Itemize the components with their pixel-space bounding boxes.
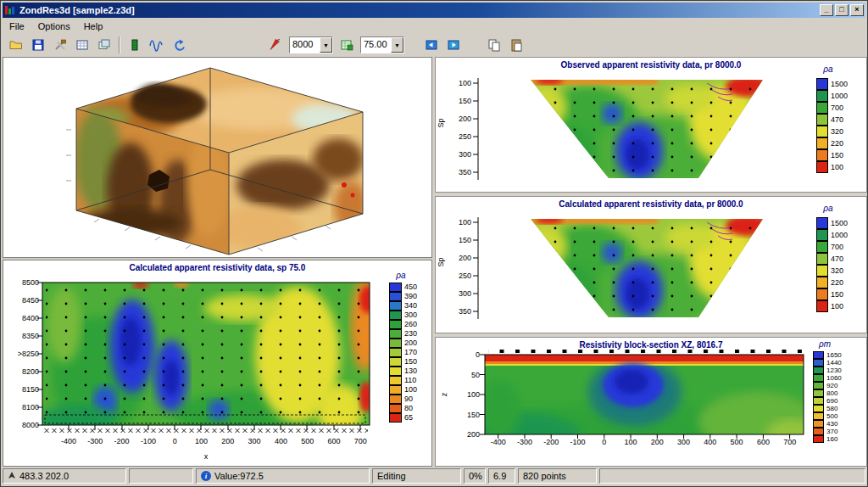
colorbar-tick-label: 500	[826, 413, 837, 420]
x-tick-label: 100	[189, 437, 214, 445]
x-tick-label: 0	[592, 438, 617, 446]
x-tick-label: 600	[750, 438, 776, 446]
status-value-panel: i Value:972.5	[196, 468, 370, 484]
colorbar-tick-label: 320	[831, 128, 843, 136]
pseudosection-plot[interactable]	[436, 73, 813, 192]
table-button[interactable]	[72, 36, 92, 55]
open-button[interactable]	[6, 36, 26, 55]
menu-file[interactable]: File	[3, 20, 31, 33]
layers-icon	[97, 38, 111, 52]
colorbar-row: 100	[816, 161, 848, 173]
colorbar-tick-label: 470	[831, 116, 843, 124]
colorbar-unit: ρa	[814, 204, 843, 213]
x-tick-label: 300	[671, 438, 697, 446]
y-tick-label: 350	[448, 307, 471, 316]
save-button[interactable]	[28, 36, 48, 55]
table-icon	[75, 38, 89, 52]
toolbar-separator	[119, 36, 120, 53]
application-window: ZondRes3d [sample2.z3d] _ □ × File Optio…	[0, 0, 868, 487]
colorbar-segment	[816, 241, 828, 253]
section-left-icon	[425, 38, 438, 52]
colorbar-segment	[816, 78, 828, 90]
cursor-position-icon	[8, 471, 16, 481]
colorbar-tick-label: 100	[831, 303, 843, 311]
colorscale-button[interactable]	[125, 36, 145, 55]
window-title: ZondRes3d [sample2.z3d]	[19, 5, 818, 15]
colorbar-row: 80	[389, 404, 417, 413]
colorbar-segment	[816, 229, 828, 241]
info-icon: i	[201, 471, 211, 481]
colorbar-segment	[816, 126, 828, 137]
colorbar-segment	[389, 320, 402, 329]
y-tick-label: 250	[448, 132, 471, 141]
colorbar-segment	[816, 102, 828, 114]
y-tick-label: 8150	[5, 385, 39, 394]
sp-select[interactable]: 75.00 ▼	[360, 36, 404, 53]
section-x-button[interactable]	[421, 36, 442, 55]
marker-button[interactable]	[265, 36, 286, 55]
slice-button[interactable]	[337, 36, 357, 55]
title-bar[interactable]: ZondRes3d [sample2.z3d] _ □ ×	[3, 3, 865, 18]
layers-button[interactable]	[94, 36, 114, 55]
status-progress-panel: 0%	[464, 468, 486, 484]
plan-map-plot[interactable]	[5, 274, 385, 456]
x-tick-label: -100	[136, 437, 161, 445]
settings-button[interactable]	[50, 36, 70, 55]
wave-icon	[149, 38, 164, 52]
copy-button[interactable]	[484, 36, 504, 55]
wave-button[interactable]	[147, 36, 167, 55]
colorbar-segment	[389, 283, 402, 292]
colorbar-tick-label: 1230	[826, 367, 842, 374]
x-tick-label: 400	[268, 437, 293, 445]
x-axis-label: x	[189, 452, 223, 461]
status-progress: 0%	[469, 471, 482, 481]
y-tick-label: 8000	[5, 421, 39, 429]
paste-icon	[509, 38, 523, 52]
colorbar-tick-label: 100	[404, 386, 417, 394]
x-tick-label: -300	[512, 438, 537, 446]
colorbar-segment	[389, 413, 402, 423]
block-section-chart: Resistivity block-section XZ, 8016.7 z	[435, 337, 867, 467]
colorbar-segment	[389, 301, 402, 311]
colorbar-row: 1500	[816, 78, 848, 90]
status-empty-panel	[129, 468, 193, 484]
status-empty-panel	[599, 468, 865, 484]
pseudosection-plot[interactable]	[436, 212, 813, 331]
pr-select[interactable]: 8000 ▼	[289, 36, 333, 53]
paste-button[interactable]	[506, 36, 526, 55]
minimize-button[interactable]: _	[820, 4, 833, 16]
close-button[interactable]: ×	[850, 4, 864, 16]
y-tick-label: 8100	[5, 403, 39, 411]
colorbar-tick-label: 1500	[831, 220, 848, 227]
dropdown-arrow-icon[interactable]: ▼	[320, 37, 332, 53]
colorbar-tick-label: 160	[826, 436, 837, 443]
app-icon	[4, 4, 16, 16]
section-y-button[interactable]	[443, 36, 464, 55]
colorbar-segment	[813, 367, 824, 374]
x-tick-label: -200	[109, 437, 135, 445]
undo-button[interactable]	[169, 36, 189, 55]
colorbar: 15001000700470320220150100	[816, 217, 848, 312]
section-right-icon	[447, 38, 460, 52]
y-tick-label: 300	[448, 150, 471, 159]
menu-help[interactable]: Help	[77, 20, 110, 33]
y-tick-label: 150	[448, 236, 471, 244]
x-tick-label: 100	[618, 438, 643, 446]
colorbar-segment	[813, 374, 824, 382]
model-3d-view[interactable]	[3, 57, 432, 258]
plan-map-chart: Calculated apparent resistivity data, sp…	[3, 260, 432, 467]
status-points-panel: 820 points	[518, 468, 597, 484]
colorbar-tick-label: 1060	[826, 375, 842, 382]
colorbar-tick-label: 150	[831, 291, 843, 299]
colorbar-tick-label: 220	[831, 279, 843, 287]
chart-title: Calculated apparent resistivity data, pr…	[436, 199, 866, 209]
colorbar-row: 220	[816, 137, 848, 149]
slice-map-icon	[340, 38, 353, 52]
dropdown-arrow-icon[interactable]: ▼	[391, 37, 403, 53]
y-tick-label: >8250	[5, 350, 39, 358]
colorbar-tick-label: 110	[404, 377, 416, 384]
menu-options[interactable]: Options	[31, 20, 77, 33]
x-tick-label: -400	[486, 438, 511, 446]
x-tick-label: -200	[538, 438, 564, 446]
maximize-button[interactable]: □	[835, 4, 849, 16]
